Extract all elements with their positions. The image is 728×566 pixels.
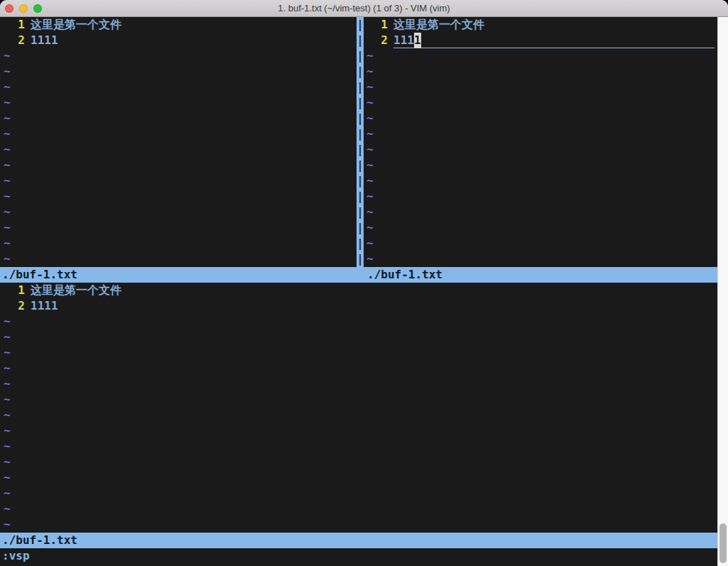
vertical-split-separator[interactable]: |||||||||||||||| (357, 17, 364, 267)
empty-line-tilde: ~ (2, 345, 717, 361)
empty-line-tilde: ~ (2, 314, 717, 330)
line-number: 2 (365, 33, 393, 48)
window-title: 1. buf-1.txt (~/vim-test) (1 of 3) - VIM… (0, 0, 728, 16)
separator-glyph: | (357, 95, 363, 111)
statusline-filename-left: ./buf-1.txt (0, 268, 77, 281)
vim-text-area: 1这里是第一个文件21111~~~~~~~~~~~~~~ |||||||||||… (0, 17, 717, 566)
empty-line-tilde: ~ (2, 501, 717, 517)
statusline-filename-right: ./buf-1.txt (367, 267, 442, 283)
zoom-button[interactable] (33, 4, 42, 13)
empty-line-tilde: ~ (2, 439, 717, 455)
empty-line-tilde: ~ (2, 392, 717, 408)
separator-glyph: | (357, 111, 363, 126)
empty-line-tilde: ~ (365, 142, 717, 158)
empty-line-tilde: ~ (2, 517, 717, 533)
cursor: 1 (414, 33, 421, 48)
statusline-bottom[interactable]: ./buf-1.txt (0, 533, 717, 548)
top-split: 1这里是第一个文件21111~~~~~~~~~~~~~~ |||||||||||… (0, 17, 717, 267)
separator-glyph: | (357, 64, 363, 80)
empty-line-tilde: ~ (2, 95, 357, 111)
empty-line-tilde: ~ (2, 205, 357, 220)
empty-line-tilde: ~ (2, 376, 717, 392)
empty-line-tilde: ~ (2, 361, 717, 376)
separator-glyph: | (357, 251, 363, 267)
line-number: 2 (2, 298, 31, 314)
macvim-window: 1. buf-1.txt (~/vim-test) (1 of 3) - VIM… (0, 0, 728, 566)
empty-line-tilde: ~ (2, 158, 357, 173)
empty-line-tilde: ~ (365, 64, 717, 80)
empty-line-tilde: ~ (365, 236, 717, 251)
command-line[interactable]: :vsp (0, 548, 717, 566)
empty-line-tilde: ~ (2, 111, 357, 126)
vim-window-top-right[interactable]: 1这里是第一个文件21111~~~~~~~~~~~~~~ (364, 17, 717, 267)
empty-line-tilde: ~ (2, 220, 357, 236)
line-text: 这里是第一个文件 (31, 283, 121, 298)
empty-line-tilde: ~ (2, 455, 717, 470)
line-number: 1 (2, 283, 31, 298)
empty-line-tilde: ~ (365, 126, 717, 142)
vim-area: 1这里是第一个文件21111~~~~~~~~~~~~~~ |||||||||||… (0, 17, 728, 566)
separator-glyph: | (357, 173, 363, 189)
line-number: 1 (2, 17, 31, 33)
line-text: 这里是第一个文件 (393, 17, 484, 33)
empty-line-tilde: ~ (2, 470, 717, 486)
empty-line-tilde: ~ (2, 189, 357, 205)
buffer-line[interactable]: 1这里是第一个文件 (2, 17, 357, 33)
separator-glyph: | (357, 236, 363, 251)
buffer-line[interactable]: 21111 (365, 33, 717, 48)
empty-line-tilde: ~ (365, 251, 717, 267)
statusline-filename-bottom: ./buf-1.txt (0, 533, 77, 547)
empty-line-tilde: ~ (2, 408, 717, 423)
titlebar[interactable]: 1. buf-1.txt (~/vim-test) (1 of 3) - VIM… (0, 0, 728, 17)
statusline-top[interactable]: ./buf-1.txt ./buf-1.txt (0, 267, 717, 283)
separator-glyph: | (357, 33, 363, 48)
separator-glyph: | (357, 205, 363, 220)
scrollbar-thumb[interactable] (719, 523, 727, 563)
empty-line-tilde: ~ (365, 95, 717, 111)
empty-line-tilde: ~ (365, 220, 717, 236)
traffic-lights (5, 4, 42, 13)
separator-glyph: | (357, 142, 363, 158)
separator-glyph: | (357, 17, 363, 33)
empty-line-tilde: ~ (2, 64, 357, 80)
buffer-line[interactable]: 21111 (2, 33, 357, 48)
empty-line-tilde: ~ (365, 111, 717, 126)
empty-line-tilde: ~ (365, 80, 717, 95)
empty-line-tilde: ~ (2, 423, 717, 439)
empty-line-tilde: ~ (2, 126, 357, 142)
empty-line-tilde: ~ (365, 48, 717, 64)
empty-line-tilde: ~ (2, 173, 357, 189)
buffer-line[interactable]: 21111 (2, 298, 717, 314)
empty-line-tilde: ~ (2, 486, 717, 501)
empty-line-tilde: ~ (365, 205, 717, 220)
empty-line-tilde: ~ (365, 189, 717, 205)
buffer-line[interactable]: 1这里是第一个文件 (2, 283, 717, 298)
separator-glyph: | (357, 80, 363, 95)
empty-line-tilde: ~ (2, 236, 357, 251)
line-text-before-cursor: 111 (393, 33, 414, 47)
line-number: 2 (2, 33, 31, 48)
line-text: 1111 (393, 33, 715, 48)
empty-line-tilde: ~ (2, 251, 357, 267)
vim-window-top-left[interactable]: 1这里是第一个文件21111~~~~~~~~~~~~~~ (0, 17, 357, 267)
buffer-line[interactable]: 1这里是第一个文件 (365, 17, 717, 33)
line-text: 1111 (31, 33, 58, 48)
line-text: 这里是第一个文件 (31, 17, 121, 33)
empty-line-tilde: ~ (2, 142, 357, 158)
separator-glyph: | (357, 220, 363, 236)
separator-glyph: | (357, 158, 363, 173)
vim-window-bottom[interactable]: 1这里是第一个文件21111~~~~~~~~~~~~~~ (0, 283, 717, 533)
close-button[interactable] (5, 4, 13, 13)
line-text: 1111 (31, 298, 58, 314)
scrollbar-track[interactable] (717, 17, 728, 566)
empty-line-tilde: ~ (365, 158, 717, 173)
empty-line-tilde: ~ (2, 330, 717, 345)
separator-glyph: | (357, 189, 363, 205)
empty-line-tilde: ~ (2, 48, 357, 64)
separator-glyph: | (357, 126, 363, 142)
empty-line-tilde: ~ (2, 80, 357, 95)
line-number: 1 (365, 17, 393, 33)
minimize-button[interactable] (19, 4, 28, 13)
empty-line-tilde: ~ (365, 173, 717, 189)
separator-glyph: | (357, 48, 363, 64)
